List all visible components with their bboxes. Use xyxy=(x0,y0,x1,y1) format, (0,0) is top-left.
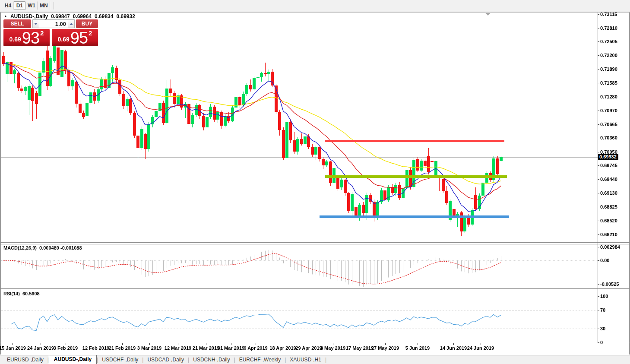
macd-axis-label: 0.002984 xyxy=(600,244,620,250)
timeframe-mn-button[interactable]: MN xyxy=(38,1,50,10)
timeframe-w1-button[interactable]: W1 xyxy=(25,1,38,10)
price-axis-label: 0.72810 xyxy=(600,25,617,31)
up-arrow-icon xyxy=(70,23,73,25)
price-axis-label: 0.68825 xyxy=(600,204,617,209)
volume-input[interactable] xyxy=(39,19,68,28)
price-axis-label: 0.70050 xyxy=(600,149,617,155)
toolbar-separator xyxy=(54,2,54,9)
price-axis-label: 0.72200 xyxy=(600,53,617,58)
buy-price-panel[interactable]: 0.69952 xyxy=(52,29,98,46)
timeframe-toolbar: H4D1W1MN xyxy=(0,0,630,11)
buy-price-prefix: 0.69 xyxy=(58,36,70,43)
symbol-period-label: AUDUSD-,Daily xyxy=(10,13,48,19)
tab-usdcad-daily[interactable]: USDCAD-,Daily xyxy=(143,355,188,364)
macd-axis-label: 0.00 xyxy=(600,258,609,263)
symbol-tab-bar: EURUSD-,Daily|AUDUSD-,Daily|USDCHF-,Dail… xyxy=(0,355,630,364)
sell-button[interactable]: SELL xyxy=(3,19,31,28)
price-axis-label: 0.69440 xyxy=(600,177,617,182)
date-axis-label: 5 Jun 2019 xyxy=(397,345,438,351)
tab-separator: | xyxy=(325,357,326,364)
tab-usdchf-daily[interactable]: USDCHF-,Daily xyxy=(98,355,142,364)
chart-ohlc-header: ▲ AUDUSD-,Daily 0.69847 0.69964 0.69834 … xyxy=(4,13,135,19)
price-axis-label: 0.71280 xyxy=(600,94,617,99)
trading-terminal-window: H4D1W1MN ▲ AUDUSD-,Daily 0.69847 0.69964… xyxy=(0,0,630,364)
macd-title-label: MACD(12,26,9) xyxy=(3,245,37,250)
tab-xauusd-h1[interactable]: XAUUSD-,H1 xyxy=(286,355,325,364)
price-axis-label: 0.72505 xyxy=(600,39,617,44)
high-value: 0.69964 xyxy=(73,13,92,19)
current-price-tag: 0.69932 xyxy=(598,154,618,160)
sell-price-pip-digit: 2 xyxy=(40,29,44,37)
one-click-trading-widget: SELL BUY 0.69932 0.69952 xyxy=(3,19,98,46)
timeframe-d1-button[interactable]: D1 xyxy=(14,1,25,10)
buy-price-pip-digit: 2 xyxy=(89,29,92,37)
volume-decrease-button[interactable] xyxy=(32,19,39,28)
timeframe-h4-button[interactable]: H4 xyxy=(2,1,14,10)
price-axis-label: 0.68210 xyxy=(600,232,617,237)
rsi-axis-label: 0 xyxy=(600,340,603,345)
macd-indicator-header: MACD(12,26,9) 0.000489 -0.001088 xyxy=(3,245,82,250)
price-axis-label: 0.69745 xyxy=(600,163,617,168)
close-value: 0.69932 xyxy=(116,13,135,19)
rsi-title-label: RSI(14) xyxy=(3,291,20,296)
chart-overlay: H4D1W1MN ▲ AUDUSD-,Daily 0.69847 0.69964… xyxy=(0,0,630,364)
rsi-axis-label: 70 xyxy=(600,307,605,313)
price-axis-label: 0.71890 xyxy=(600,66,617,72)
price-axis-label: 0.73115 xyxy=(600,12,617,17)
price-axis-label: 0.69130 xyxy=(600,190,617,196)
rsi-value: 60.5608 xyxy=(22,291,40,296)
down-arrow-icon xyxy=(34,23,38,25)
macd-values: 0.000489 -0.001088 xyxy=(39,245,82,250)
tab-eurusd-daily[interactable]: EURUSD-,Daily xyxy=(3,355,47,364)
sell-price-big-digits: 93 xyxy=(22,32,39,44)
price-axis-label: 0.70970 xyxy=(600,108,617,113)
buy-button[interactable]: BUY xyxy=(76,19,98,28)
price-axis-label: 0.71585 xyxy=(600,80,617,85)
rsi-indicator-header: RSI(14) 60.5608 xyxy=(3,291,40,296)
price-axis-label: 0.70360 xyxy=(600,135,617,140)
buy-price-big-digits: 95 xyxy=(70,32,88,44)
price-axis-label: 0.68520 xyxy=(600,218,617,223)
open-value: 0.69847 xyxy=(51,13,70,19)
tab-audusd-daily[interactable]: AUDUSD-,Daily xyxy=(49,355,97,364)
date-axis-label: 24 Jun 2019 xyxy=(460,345,501,351)
sell-price-prefix: 0.69 xyxy=(9,36,21,43)
collapse-arrow-icon[interactable]: ▲ xyxy=(4,14,7,18)
rsi-axis-label: 100 xyxy=(600,294,608,299)
price-axis-label: 0.70665 xyxy=(600,122,617,127)
volume-increase-button[interactable] xyxy=(68,19,75,28)
macd-axis-label: -0.00525 xyxy=(600,282,619,287)
tab-usdcnh-daily[interactable]: USDCNH-,Daily xyxy=(189,355,234,364)
sell-price-panel[interactable]: 0.69932 xyxy=(3,29,50,46)
tab-eurchf-weekly[interactable]: EURCHF-,Weekly xyxy=(235,355,285,364)
low-value: 0.69834 xyxy=(95,13,113,19)
rsi-axis-label: 30 xyxy=(600,326,605,331)
